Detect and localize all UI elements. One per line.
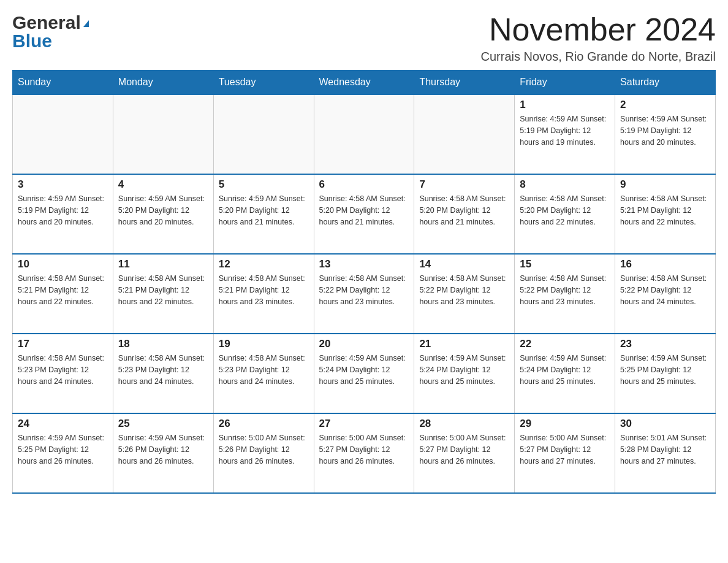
day-number: 18 (118, 338, 208, 350)
day-number: 23 (620, 338, 710, 350)
logo-icon (82, 20, 89, 26)
day-number: 20 (319, 338, 409, 350)
calendar-week-2: 10Sunrise: 4:58 AM Sunset: 5:21 PM Dayli… (13, 254, 716, 334)
title-section: November 2024 Currais Novos, Rio Grande … (481, 12, 716, 64)
day-number: 12 (219, 258, 309, 270)
calendar-cell: 21Sunrise: 4:59 AM Sunset: 5:24 PM Dayli… (414, 334, 515, 413)
calendar-cell: 4Sunrise: 4:59 AM Sunset: 5:20 PM Daylig… (113, 174, 213, 254)
day-number: 6 (319, 178, 409, 191)
day-info: Sunrise: 4:58 AM Sunset: 5:20 PM Dayligh… (419, 193, 509, 228)
calendar-cell: 6Sunrise: 4:58 AM Sunset: 5:20 PM Daylig… (314, 174, 414, 254)
day-info: Sunrise: 4:59 AM Sunset: 5:26 PM Dayligh… (118, 432, 208, 467)
calendar-cell: 19Sunrise: 4:58 AM Sunset: 5:23 PM Dayli… (213, 334, 314, 413)
day-number: 22 (520, 338, 610, 350)
day-info: Sunrise: 5:00 AM Sunset: 5:27 PM Dayligh… (319, 432, 409, 467)
day-number: 10 (18, 258, 108, 270)
calendar-cell: 26Sunrise: 5:00 AM Sunset: 5:26 PM Dayli… (213, 413, 314, 493)
calendar-cell: 12Sunrise: 4:58 AM Sunset: 5:21 PM Dayli… (213, 254, 314, 334)
day-info: Sunrise: 4:58 AM Sunset: 5:23 PM Dayligh… (118, 353, 208, 387)
day-number: 25 (118, 418, 208, 430)
calendar-cell: 1Sunrise: 4:59 AM Sunset: 5:19 PM Daylig… (515, 94, 615, 174)
calendar-cell: 13Sunrise: 4:58 AM Sunset: 5:22 PM Dayli… (314, 254, 414, 334)
day-number: 26 (219, 418, 309, 430)
calendar-cell (314, 94, 414, 174)
header-sunday: Sunday (13, 71, 113, 95)
day-info: Sunrise: 5:00 AM Sunset: 5:26 PM Dayligh… (219, 432, 309, 467)
calendar-cell: 20Sunrise: 4:59 AM Sunset: 5:24 PM Dayli… (314, 334, 414, 413)
day-info: Sunrise: 4:59 AM Sunset: 5:25 PM Dayligh… (620, 353, 710, 387)
header-wednesday: Wednesday (314, 71, 414, 95)
day-info: Sunrise: 4:59 AM Sunset: 5:24 PM Dayligh… (520, 353, 610, 387)
calendar-cell: 8Sunrise: 4:58 AM Sunset: 5:20 PM Daylig… (515, 174, 615, 254)
calendar-cell: 14Sunrise: 4:58 AM Sunset: 5:22 PM Dayli… (414, 254, 515, 334)
day-info: Sunrise: 4:59 AM Sunset: 5:20 PM Dayligh… (118, 193, 208, 228)
calendar-cell: 22Sunrise: 4:59 AM Sunset: 5:24 PM Dayli… (515, 334, 615, 413)
day-number: 30 (620, 418, 710, 430)
calendar-table: SundayMondayTuesdayWednesdayThursdayFrid… (12, 70, 716, 494)
calendar-cell: 25Sunrise: 4:59 AM Sunset: 5:26 PM Dayli… (113, 413, 213, 493)
day-info: Sunrise: 5:01 AM Sunset: 5:28 PM Dayligh… (620, 432, 710, 467)
day-number: 17 (18, 338, 108, 350)
logo-blue-text: Blue (12, 31, 52, 52)
day-info: Sunrise: 4:58 AM Sunset: 5:21 PM Dayligh… (18, 273, 108, 307)
day-number: 27 (319, 418, 409, 430)
day-number: 3 (18, 178, 108, 191)
day-info: Sunrise: 5:00 AM Sunset: 5:27 PM Dayligh… (419, 432, 509, 467)
day-number: 5 (219, 178, 309, 191)
calendar-cell: 28Sunrise: 5:00 AM Sunset: 5:27 PM Dayli… (414, 413, 515, 493)
day-number: 1 (520, 99, 610, 111)
day-number: 11 (118, 258, 208, 270)
calendar-week-3: 17Sunrise: 4:58 AM Sunset: 5:23 PM Dayli… (13, 334, 716, 413)
calendar-cell: 15Sunrise: 4:58 AM Sunset: 5:22 PM Dayli… (515, 254, 615, 334)
calendar-cell: 16Sunrise: 4:58 AM Sunset: 5:22 PM Dayli… (615, 254, 716, 334)
calendar-cell (213, 94, 314, 174)
calendar-cell: 18Sunrise: 4:58 AM Sunset: 5:23 PM Dayli… (113, 334, 213, 413)
calendar-cell: 30Sunrise: 5:01 AM Sunset: 5:28 PM Dayli… (615, 413, 716, 493)
day-info: Sunrise: 4:58 AM Sunset: 5:22 PM Dayligh… (319, 273, 409, 307)
day-number: 29 (520, 418, 610, 430)
header-tuesday: Tuesday (213, 71, 314, 95)
day-info: Sunrise: 5:00 AM Sunset: 5:27 PM Dayligh… (520, 432, 610, 467)
calendar-cell (113, 94, 213, 174)
day-info: Sunrise: 4:58 AM Sunset: 5:22 PM Dayligh… (520, 273, 610, 307)
month-title: November 2024 (481, 12, 716, 47)
calendar-week-1: 3Sunrise: 4:59 AM Sunset: 5:19 PM Daylig… (13, 174, 716, 254)
day-number: 16 (620, 258, 710, 270)
day-info: Sunrise: 4:58 AM Sunset: 5:21 PM Dayligh… (118, 273, 208, 307)
calendar-cell: 7Sunrise: 4:58 AM Sunset: 5:20 PM Daylig… (414, 174, 515, 254)
day-info: Sunrise: 4:58 AM Sunset: 5:20 PM Dayligh… (319, 193, 409, 228)
day-info: Sunrise: 4:59 AM Sunset: 5:19 PM Dayligh… (620, 113, 710, 148)
logo-triangle-icon (83, 20, 89, 27)
day-info: Sunrise: 4:58 AM Sunset: 5:21 PM Dayligh… (620, 193, 710, 228)
day-info: Sunrise: 4:58 AM Sunset: 5:22 PM Dayligh… (419, 273, 509, 307)
day-info: Sunrise: 4:59 AM Sunset: 5:24 PM Dayligh… (319, 353, 409, 387)
day-number: 4 (118, 178, 208, 191)
calendar-cell: 3Sunrise: 4:59 AM Sunset: 5:19 PM Daylig… (13, 174, 113, 254)
header-saturday: Saturday (615, 71, 716, 95)
logo: General Blue (12, 12, 89, 52)
day-info: Sunrise: 4:59 AM Sunset: 5:20 PM Dayligh… (219, 193, 309, 228)
day-number: 8 (520, 178, 610, 191)
calendar-cell: 10Sunrise: 4:58 AM Sunset: 5:21 PM Dayli… (13, 254, 113, 334)
day-number: 7 (419, 178, 509, 191)
calendar-cell (13, 94, 113, 174)
logo-general-text: General (12, 12, 81, 33)
day-info: Sunrise: 4:59 AM Sunset: 5:19 PM Dayligh… (18, 193, 108, 228)
day-number: 13 (319, 258, 409, 270)
location-text: Currais Novos, Rio Grande do Norte, Braz… (481, 50, 716, 64)
day-number: 14 (419, 258, 509, 270)
calendar-cell: 23Sunrise: 4:59 AM Sunset: 5:25 PM Dayli… (615, 334, 716, 413)
day-number: 28 (419, 418, 509, 430)
day-number: 9 (620, 178, 710, 191)
day-number: 24 (18, 418, 108, 430)
day-number: 21 (419, 338, 509, 350)
calendar-cell: 2Sunrise: 4:59 AM Sunset: 5:19 PM Daylig… (615, 94, 716, 174)
day-info: Sunrise: 4:59 AM Sunset: 5:19 PM Dayligh… (520, 113, 610, 148)
calendar-cell: 9Sunrise: 4:58 AM Sunset: 5:21 PM Daylig… (615, 174, 716, 254)
day-info: Sunrise: 4:59 AM Sunset: 5:24 PM Dayligh… (419, 353, 509, 387)
day-number: 2 (620, 99, 710, 111)
calendar-cell: 11Sunrise: 4:58 AM Sunset: 5:21 PM Dayli… (113, 254, 213, 334)
day-info: Sunrise: 4:58 AM Sunset: 5:21 PM Dayligh… (219, 273, 309, 307)
calendar-cell (414, 94, 515, 174)
logo-line1: General (12, 12, 89, 33)
